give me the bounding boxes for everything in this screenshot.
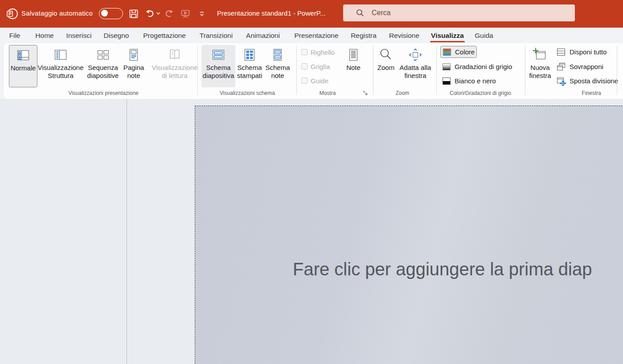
reading-view-icon bbox=[167, 47, 182, 62]
bianco-e-nero-button[interactable]: Bianco e nero bbox=[440, 75, 498, 87]
black-and-white-icon bbox=[442, 77, 451, 86]
color-icon bbox=[443, 48, 451, 57]
arrange-all-icon bbox=[556, 47, 566, 57]
sequenza-diapositive-button[interactable]: Sequenza diapositive bbox=[82, 45, 124, 87]
move-split-icon bbox=[556, 76, 566, 86]
save-icon[interactable] bbox=[128, 8, 139, 19]
righello-checkbox: Righello bbox=[301, 49, 335, 56]
workspace: Fare clic per aggiungere la prima diap bbox=[0, 99, 623, 364]
outline-view-icon bbox=[53, 47, 68, 62]
normale-button[interactable]: Normale bbox=[9, 45, 37, 87]
svg-text:P: P bbox=[8, 12, 12, 16]
ribbon: Normale Visualizzazione Struttura Sequen… bbox=[4, 43, 623, 99]
customize-toolbar-icon[interactable] bbox=[198, 10, 206, 18]
zoom-button[interactable]: Zoom bbox=[374, 45, 398, 87]
slide-placeholder-text[interactable]: Fare clic per aggiungere la prima diap bbox=[293, 259, 592, 279]
notes-master-icon bbox=[270, 47, 285, 62]
panel-splitter[interactable] bbox=[127, 99, 127, 364]
tab-registra[interactable]: Registra bbox=[351, 28, 377, 43]
checkbox-icon bbox=[301, 78, 307, 84]
group-caption-mostra: Mostra bbox=[320, 90, 336, 96]
slide-sorter-icon bbox=[95, 47, 111, 62]
search-input[interactable]: Cerca bbox=[343, 4, 575, 21]
tab-animazioni[interactable]: Animazioni bbox=[246, 28, 280, 43]
slide-master-canvas[interactable]: Fare clic per aggiungere la prima diap bbox=[195, 106, 623, 364]
schema-diapositiva-button[interactable]: Schema diapositiva bbox=[201, 45, 235, 87]
undo-dropdown-chevron-icon[interactable] bbox=[156, 11, 161, 16]
group-separator bbox=[525, 46, 525, 95]
document-title: Presentazione standard1 - PowerP... bbox=[217, 9, 325, 17]
handout-master-icon bbox=[242, 47, 257, 62]
powerpoint-window: P Salvataggio automatico bbox=[0, 0, 623, 364]
cascade-windows-icon bbox=[556, 62, 566, 72]
tab-revisione[interactable]: Revisione bbox=[389, 28, 419, 43]
sposta-divisione-button[interactable]: Sposta divisione bbox=[554, 75, 620, 87]
title-bar: P Salvataggio automatico bbox=[0, 0, 623, 28]
disponi-tutto-button[interactable]: Disponi tutto bbox=[554, 46, 608, 58]
group-separator bbox=[436, 46, 437, 95]
start-presentation-icon bbox=[180, 8, 191, 19]
group-separator bbox=[296, 46, 297, 95]
normal-view-icon bbox=[16, 48, 31, 63]
visualizzazione-di-lettura-button: Visualizzazione di lettura bbox=[150, 45, 200, 87]
gradazioni-di-grigio-button[interactable]: Gradazioni di grigio bbox=[440, 61, 514, 73]
sovrapponi-button[interactable]: Sovrapponi bbox=[554, 61, 605, 73]
tab-progettazione[interactable]: Progettazione bbox=[143, 28, 186, 43]
notes-icon bbox=[346, 47, 361, 62]
group-caption-zoom: Zoom bbox=[396, 90, 410, 96]
tab-disegno[interactable]: Disegno bbox=[104, 28, 129, 43]
mostra-dialog-launcher-icon[interactable] bbox=[362, 90, 369, 96]
group-caption-visualizzazioni-presentazione: Visualizzazioni presentazione bbox=[68, 90, 138, 96]
fit-to-window-icon bbox=[408, 47, 423, 62]
tab-file[interactable]: File bbox=[9, 28, 20, 43]
schema-note-button[interactable]: Schema note bbox=[262, 45, 293, 87]
grayscale-icon bbox=[442, 62, 451, 71]
checkbox-icon bbox=[301, 63, 307, 70]
redo-icon bbox=[164, 8, 175, 19]
ribbon-tab-bar: File Home Inserisci Disegno Progettazion… bbox=[0, 28, 623, 43]
group-caption-colori: Colori/Gradazioni di grigio bbox=[450, 90, 511, 96]
thumbnail-panel bbox=[0, 99, 127, 364]
griglia-checkbox: Griglia bbox=[301, 63, 330, 70]
adatta-alla-finestra-button[interactable]: Adatta alla finestra bbox=[398, 45, 433, 87]
checkbox-icon bbox=[301, 49, 307, 55]
autosave-label: Salvataggio automatico bbox=[21, 9, 93, 17]
group-caption-visualizzazioni-schema: Visualizzazioni schema bbox=[220, 90, 275, 96]
note-button[interactable]: Note bbox=[342, 45, 365, 87]
colore-button[interactable]: Colore bbox=[440, 46, 477, 58]
powerpoint-logo-icon[interactable]: P bbox=[5, 7, 19, 20]
group-separator bbox=[617, 46, 617, 95]
group-separator bbox=[373, 46, 373, 95]
toggle-knob bbox=[101, 10, 108, 16]
active-tab-underline bbox=[430, 41, 465, 42]
undo-icon[interactable] bbox=[144, 8, 155, 19]
tab-inserisci[interactable]: Inserisci bbox=[66, 28, 92, 43]
guide-checkbox: Guide bbox=[301, 77, 328, 84]
tab-visualizza[interactable]: Visualizza bbox=[431, 28, 464, 43]
tab-transizioni[interactable]: Transizioni bbox=[200, 28, 233, 43]
group-separator bbox=[197, 46, 198, 95]
magnifier-icon bbox=[378, 47, 393, 62]
slide-master-icon bbox=[211, 47, 226, 62]
new-window-icon bbox=[533, 47, 548, 62]
tab-home[interactable]: Home bbox=[35, 28, 53, 43]
group-caption-finestra: Finestra bbox=[582, 90, 601, 96]
autosave-toggle[interactable] bbox=[99, 8, 123, 19]
search-icon bbox=[356, 8, 365, 17]
notes-page-icon bbox=[126, 47, 141, 62]
tab-guida[interactable]: Guida bbox=[475, 28, 493, 43]
nuova-finestra-button[interactable]: Nuova finestra bbox=[526, 45, 554, 87]
visualizzazione-struttura-button[interactable]: Visualizzazione Struttura bbox=[34, 45, 87, 87]
tab-presentazione[interactable]: Presentazione bbox=[294, 28, 338, 43]
schema-stampati-button[interactable]: Schema stampati bbox=[234, 45, 266, 87]
search-placeholder: Cerca bbox=[372, 9, 391, 17]
pagina-note-button[interactable]: Pagina note bbox=[120, 45, 148, 87]
